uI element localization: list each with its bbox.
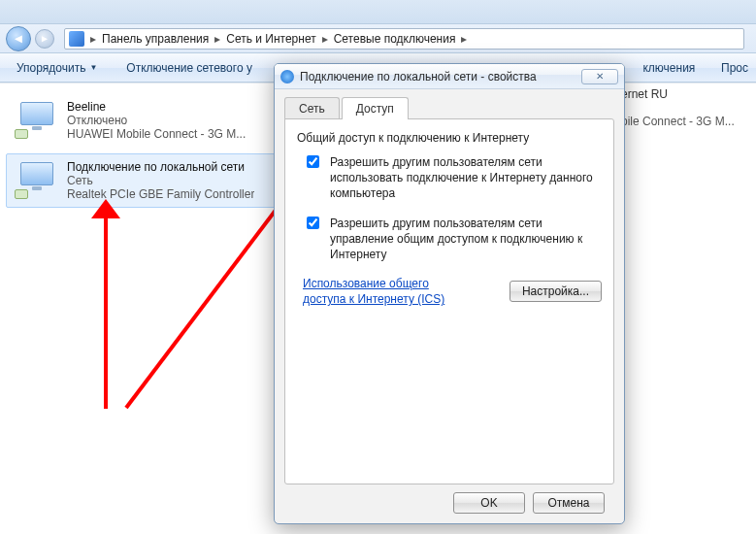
dialog-actions: OK Отмена [284, 484, 614, 523]
breadcrumb[interactable]: ▸ Панель управления ▸ Сеть и Интернет ▸ … [64, 28, 744, 50]
tab-network[interactable]: Сеть [284, 97, 340, 119]
organize-label: Упорядочить [16, 61, 85, 75]
ok-button[interactable]: OK [453, 492, 525, 514]
tab-access[interactable]: Доступ [342, 97, 409, 119]
network-adapter-icon [15, 100, 57, 139]
window-titlebar [0, 0, 756, 24]
breadcrumb-item-network-internet[interactable]: Сеть и Интернет [220, 32, 321, 46]
breadcrumb-item-network-connections[interactable]: Сетевые подключения [328, 32, 462, 46]
disable-device-button[interactable]: Отключение сетевого у [117, 57, 261, 79]
connection-item[interactable]: Beeline Отключено HUAWEI Mobile Connect … [6, 93, 285, 148]
nav-back-button[interactable]: ◄ [6, 26, 31, 51]
address-bar: ◄ ► ▸ Панель управления ▸ Сеть и Интерне… [0, 24, 756, 53]
allow-control-checkbox[interactable] [307, 217, 319, 229]
dialog-titlebar[interactable]: Подключение по локальной сети - свойства… [275, 64, 624, 89]
organize-button[interactable]: Упорядочить ▼ [8, 57, 106, 79]
breadcrumb-item-control-panel[interactable]: Панель управления [96, 32, 214, 46]
connection-name: ernet RU [621, 87, 735, 101]
connection-device: Realtek PCIe GBE Family Controller [67, 187, 254, 201]
tab-label: Сеть [299, 102, 325, 116]
allow-sharing-checkbox[interactable] [307, 155, 319, 168]
connection-name: Beeline [67, 100, 246, 114]
tab-panel-access: Общий доступ к подключению к Интернету Р… [284, 118, 614, 484]
group-title: Общий доступ к подключению к Интернету [297, 131, 602, 145]
chevron-down-icon: ▼ [89, 63, 97, 72]
settings-button[interactable]: Настройка... [509, 281, 602, 302]
allow-sharing-label: Разрешить другим пользователям сети испо… [330, 154, 602, 202]
cancel-button[interactable]: Отмена [533, 492, 605, 514]
tab-strip: Сеть Доступ [284, 97, 614, 119]
nav-forward-button[interactable]: ► [35, 29, 54, 49]
toolbar-overflow: ключения Прос [642, 61, 748, 75]
dialog-title: Подключение по локальной сети - свойства [300, 70, 537, 83]
properties-dialog: Подключение по локальной сети - свойства… [274, 63, 625, 524]
disable-device-label: Отключение сетевого у [126, 61, 252, 75]
connection-device: HUAWEI Mobile Connect - 3G M... [67, 127, 246, 141]
network-adapter-icon [15, 160, 57, 199]
close-button[interactable]: ✕ [581, 69, 618, 84]
chevron-right-icon: ▸ [461, 32, 467, 46]
ics-help-link[interactable]: Использование общего доступа к Интернету… [303, 276, 468, 307]
network-icon [280, 70, 294, 83]
connection-name: Подключение по локальной сети [67, 160, 254, 174]
connection-item[interactable]: ernet RU bile Connect - 3G M... [621, 87, 735, 128]
control-panel-icon [69, 31, 84, 47]
connection-device: bile Connect - 3G M... [621, 115, 735, 128]
connection-item[interactable]: Подключение по локальной сети Сеть Realt… [6, 153, 285, 208]
close-icon: ✕ [596, 71, 604, 82]
connections-list: Beeline Отключено HUAWEI Mobile Connect … [0, 83, 291, 534]
allow-control-label: Разрешить другим пользователям сети упра… [330, 216, 602, 263]
connection-state: Отключено [67, 114, 246, 127]
tab-label: Доступ [356, 102, 394, 116]
connection-state: Сеть [67, 174, 254, 187]
